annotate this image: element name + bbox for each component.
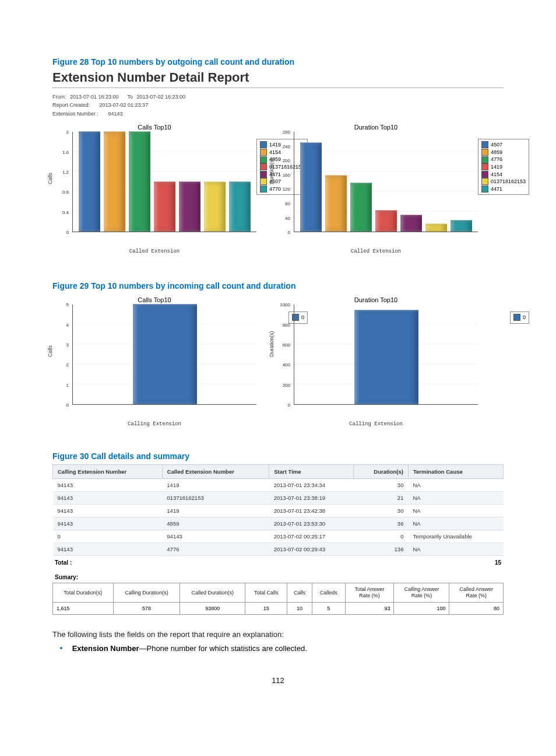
detail-header: Termination Cause [408,465,503,479]
summary-header: Total Calls [245,583,287,603]
summary-cell: 15 [245,602,287,614]
body-intro: The following lists the fields on the re… [52,629,504,640]
bar-4471 [179,181,200,232]
incoming-charts-row: Calls Top10012345CallsCalling Extension0… [52,296,504,427]
bar-4859 [129,131,150,232]
chart-out-duration: Duration Top1004080120160200240280Durati… [274,124,478,254]
bar-1419 [79,131,100,232]
legend: 450748594776141941540137181621534471 [478,139,529,195]
bar-4154 [104,131,125,232]
summary-header: Called AnswerRate (%) [449,583,504,603]
bullet-label: Extension Number [72,644,139,653]
to-label: To [127,94,133,100]
page: Figure 28 Top 10 numbers by outgoing cal… [0,0,556,708]
summary-header: Called Duration(s) [180,583,245,603]
chart-title: Calls Top10 [52,124,256,131]
chart-title: Duration Top10 [274,296,478,303]
detail-header: Start Time [269,465,354,479]
outgoing-charts-row: Calls Top1000.40.81.21.62CallsCalled Ext… [52,124,504,254]
figure30-caption: Figure 30 Call details and summary [52,452,504,461]
table-row: 0941432013-07-02 00:25:170Temporarily Un… [53,530,504,543]
figure29-caption: Figure 29 Top 10 numbers by incoming cal… [52,281,504,290]
total-row: Total : 15 [52,556,504,567]
bar-4507 [204,181,226,232]
detail-header: Calling Extension Number [53,465,163,479]
created-value: 2013-07-02 01:23:37 [100,102,149,108]
table-row: 9414347762013-07-02 00:29:43136NA [53,543,504,556]
bar-013718162153 [425,223,447,232]
report-title: Extension Number Detail Report [52,70,504,85]
bullet-item: Extension Number—Phone number for which … [52,643,504,653]
from-label: From: [52,94,66,100]
chart-title: Duration Top10 [274,124,478,131]
summary-cell: 80 [449,602,504,614]
detail-header: Duration(s) [353,465,408,479]
summary-cell: 5 [312,602,345,614]
chart-in-duration: Duration Top1002004006008001000Duration(… [274,296,478,427]
summary-header: Calling AnswerRate (%) [394,583,449,603]
created-label: Report Created: [52,102,90,108]
table-row: 941430137181621532013-07-01 23:38:1921NA [53,492,504,505]
summary-cell: 1,615 [53,602,114,614]
legend: 0 [510,312,529,324]
bar-0 [133,304,197,404]
bar-4859 [325,175,347,232]
total-label: Total : [55,559,72,566]
bar-4770 [229,181,251,232]
bar-4776 [350,183,372,232]
bullet-text: —Phone number for which statistics are c… [139,644,307,653]
call-detail-table: Calling Extension NumberCalled Extension… [52,464,504,556]
table-row: 9414314192013-07-01 23:34:3430NA [53,479,504,492]
summary-header: Total AnswerRate (%) [345,583,394,603]
chart-out-calls: Calls Top1000.40.81.21.62CallsCalled Ext… [52,124,256,254]
summary-header: Calling Duration(s) [113,583,180,603]
summary-header: Calleds [312,583,345,603]
bullet-list: Extension Number—Phone number for which … [52,643,504,653]
divider [52,88,504,88]
table-row: 9414348592013-07-01 23:53:3036NA [53,517,504,530]
bar-013718162153 [154,181,175,232]
summary-cell: 93800 [180,602,245,614]
ext-label: Extension Number : [52,111,98,117]
to-value: 2013-07-02 16:23:00 [136,94,185,100]
total-value: 15 [495,559,501,566]
bar-4471 [451,220,472,232]
summary-cell: 578 [113,602,180,614]
chart-title: Calls Top10 [52,296,256,303]
summary-header: Total Duration(s) [53,583,114,603]
chart-in-calls: Calls Top10012345CallsCalling Extension0 [52,296,256,427]
ext-value: 94143 [108,111,123,117]
summary-cell: 100 [394,602,449,614]
summary-table: Total Duration(s)Calling Duration(s)Call… [52,583,504,615]
table-row: 9414314192013-07-01 23:42:3830NA [53,505,504,517]
summary-label: Sumary: [55,574,504,580]
report-meta: From: 2013-07-01 16:23:00 To 2013-07-02 … [52,93,504,118]
bar-4507 [300,142,322,232]
summary-header: Calls [287,583,312,603]
bar-4154 [400,215,422,232]
summary-cell: 10 [287,602,312,614]
page-number: 112 [52,676,504,685]
bar-0 [354,310,418,404]
bar-1419 [375,210,397,232]
from-value: 2013-07-01 16:23:00 [70,94,119,100]
figure28-caption: Figure 28 Top 10 numbers by outgoing cal… [52,57,504,66]
summary-cell: 93 [345,602,394,614]
detail-header: Called Extension Number [162,465,269,479]
